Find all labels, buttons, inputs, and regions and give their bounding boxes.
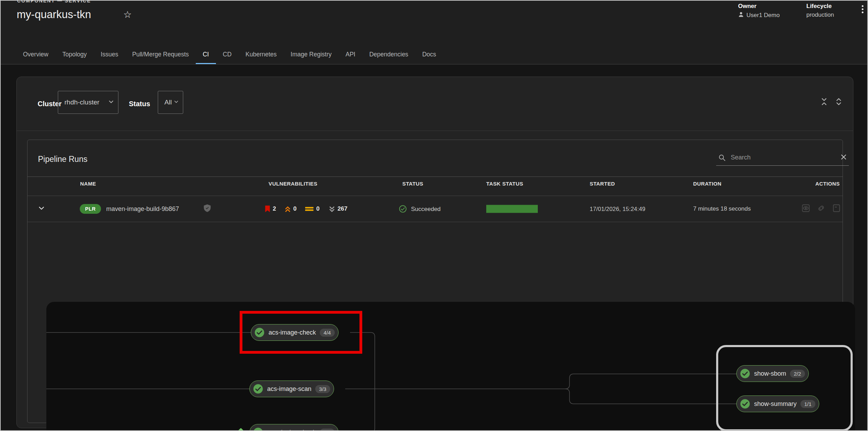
column-header-started: STARTED: [590, 181, 615, 187]
expand-all-icon[interactable]: [834, 97, 843, 106]
task-node-acs-image-check[interactable]: acs-image-check 4/4: [251, 324, 339, 341]
pipeline-runs-title: Pipeline Runs: [38, 155, 87, 164]
critical-severity-icon: [265, 205, 270, 212]
column-header-actions: ACTIONS: [799, 181, 840, 187]
task-succeeded-icon: [254, 327, 265, 338]
tab-cd[interactable]: CD: [216, 46, 239, 64]
task-step-count-badge: 2/2: [790, 370, 805, 378]
lifecycle-value: production: [806, 11, 834, 18]
table-row: PLR maven-image-build-9b867 2 0 0: [28, 196, 843, 222]
task-step-count-badge: 1/1: [800, 400, 815, 408]
tab-pull-merge-requests[interactable]: Pull/Merge Requests: [125, 46, 196, 64]
cluster-select[interactable]: rhdh-cluster: [58, 91, 118, 114]
column-header-task-status: TASK STATUS: [486, 181, 523, 187]
task-succeeded-icon: [253, 384, 263, 394]
tab-api[interactable]: API: [339, 46, 362, 64]
task-succeeded-icon: [253, 427, 263, 431]
task-step-count-badge: 3/3: [315, 385, 330, 393]
tab-overview[interactable]: Overview: [16, 46, 55, 64]
task-status-progress-bar: [486, 205, 538, 213]
vulnerability-important: 0: [285, 205, 296, 212]
search-icon: [718, 154, 726, 162]
owner-value[interactable]: User1 Demo: [738, 11, 780, 19]
tab-kubernetes[interactable]: Kubernetes: [239, 46, 284, 64]
column-header-name: NAME: [80, 181, 96, 187]
finally-task-group: [716, 345, 853, 431]
divider: [28, 222, 843, 222]
view-output-icon[interactable]: [801, 204, 810, 214]
duration-value: 7 minutes 18 seconds: [693, 205, 751, 212]
tab-docs[interactable]: Docs: [415, 46, 443, 64]
column-header-status: STATUS: [402, 181, 423, 187]
tab-issues[interactable]: Issues: [94, 46, 125, 64]
succeeded-check-icon: [399, 205, 407, 213]
tab-image-registry[interactable]: Image Registry: [284, 46, 339, 64]
vulnerability-critical: 2: [265, 205, 276, 212]
task-node-acs-deploy-check[interactable]: acs-deploy-check 3/3: [249, 424, 339, 431]
started-timestamp: 17/01/2026, 15:24:49: [590, 206, 645, 212]
column-header-duration: DURATION: [693, 181, 721, 187]
cluster-select-value: rhdh-cluster: [64, 99, 99, 106]
owner-label: Owner: [738, 3, 757, 10]
entity-header: COMPONENT — SERVICE my-quarkus-tkn ☆ Own…: [1, 1, 867, 64]
status-select-value: All: [164, 99, 172, 106]
task-step-count-badge: 3/3: [320, 429, 335, 431]
tab-topology[interactable]: Topology: [55, 46, 94, 64]
row-expand-chevron-icon[interactable]: [38, 205, 45, 213]
task-succeeded-icon: [740, 399, 750, 409]
status-filter-label: Status: [129, 100, 150, 108]
signed-shield-icon: [204, 204, 211, 213]
task-node-show-summary[interactable]: show-summary 1/1: [736, 395, 819, 412]
search-input[interactable]: [731, 154, 840, 161]
task-node-show-sbom[interactable]: show-sbom 2/2: [736, 365, 809, 382]
vulnerability-moderate: 0: [305, 205, 319, 212]
ci-card: Cluster rhdh-cluster Status All Pipeline…: [16, 77, 853, 428]
app-window: COMPONENT — SERVICE my-quarkus-tkn ☆ Own…: [0, 0, 868, 431]
task-step-count-badge: 4/4: [320, 329, 335, 337]
low-severity-icon: [329, 205, 335, 212]
column-header-vulnerabilities: VULNERABILITIES: [269, 181, 317, 187]
vulnerability-low: 267: [329, 205, 347, 212]
tab-ci[interactable]: CI: [196, 46, 216, 64]
important-severity-icon: [285, 205, 291, 212]
moderate-severity-icon: [305, 206, 314, 212]
tab-dependencies[interactable]: Dependencies: [362, 46, 415, 64]
plr-badge: PLR: [80, 204, 101, 214]
pipeline-visualization[interactable]: acs-image-check 4/4 acs-image-scan 3/3 a…: [46, 302, 855, 431]
favorite-star-icon[interactable]: ☆: [123, 9, 132, 20]
pipeline-run-name-link[interactable]: maven-image-build-9b867: [106, 205, 179, 213]
kebab-menu-icon[interactable]: [862, 5, 863, 13]
divider: [28, 177, 843, 177]
view-logs-icon[interactable]: [832, 204, 841, 214]
collapse-all-icon[interactable]: [820, 97, 829, 106]
task-node-acs-image-scan[interactable]: acs-image-scan 3/3: [249, 381, 334, 397]
search-field[interactable]: [716, 150, 849, 166]
entity-tabs: Overview Topology Issues Pull/Merge Requ…: [16, 46, 443, 64]
run-status: Succeeded: [399, 205, 441, 213]
user-icon: [738, 11, 744, 19]
lifecycle-label: Lifecycle: [806, 3, 832, 10]
clear-search-icon[interactable]: [840, 153, 847, 162]
task-succeeded-icon: [740, 368, 750, 379]
chevron-down-icon: [174, 99, 179, 105]
row-actions: [799, 204, 841, 214]
chevron-down-icon: [108, 99, 114, 106]
page-title: my-quarkus-tkn: [17, 8, 91, 21]
sbom-link-icon[interactable]: [816, 204, 826, 214]
breadcrumb: COMPONENT — SERVICE: [17, 1, 91, 3]
status-select[interactable]: All: [158, 91, 183, 114]
divider: [17, 131, 853, 131]
